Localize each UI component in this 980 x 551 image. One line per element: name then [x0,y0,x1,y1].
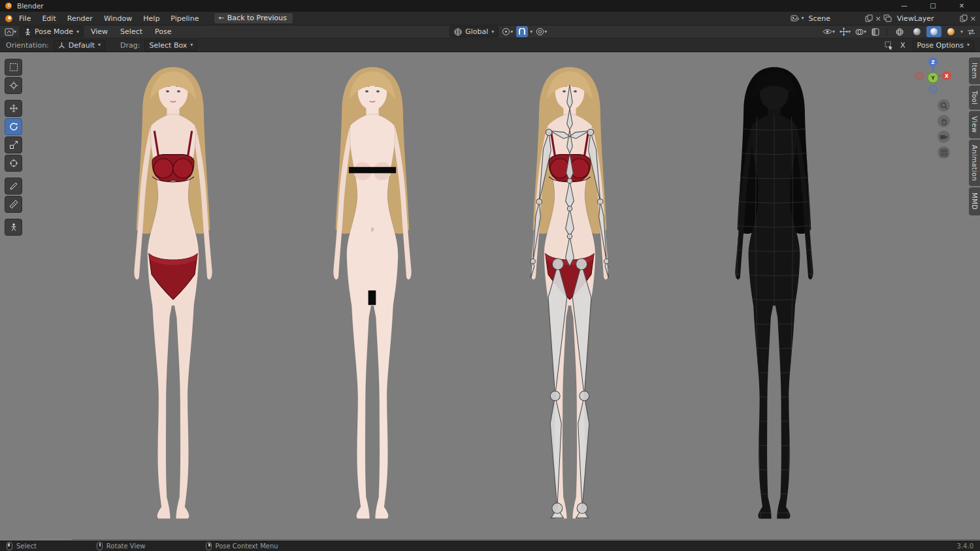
camera-icon [939,133,948,140]
viewport-3d[interactable]: Z X Y Item Tool View Animation MMD [0,52,980,541]
tool-rotate-button[interactable] [5,118,22,135]
model-wireframe[interactable] [698,52,851,541]
tab-mmd[interactable]: MMD [969,187,980,215]
blender-menu-icon[interactable] [4,14,13,23]
snap-chevron-icon[interactable]: ▾ [530,29,532,35]
axis-icon [58,42,65,49]
swap-areas-icon[interactable] [965,26,977,37]
tab-animation[interactable]: Animation [969,140,980,186]
proportional-edit-button[interactable]: ▾ [534,26,548,37]
overlays-icon [855,28,864,36]
hint-rotate-view: Rotate View [106,543,146,550]
gizmo-minus-z-axis[interactable] [929,86,937,93]
tool-move-button[interactable] [5,100,22,117]
menu-help[interactable]: Help [138,13,165,24]
floor-grid-line [72,539,980,540]
menu-viewport-view[interactable]: View [86,26,113,37]
move-icon [9,104,18,113]
orientation-dropdown[interactable]: Global ▾ [449,26,498,37]
mode-dropdown[interactable]: Pose Mode ▾ [20,26,84,37]
tool-transform-button[interactable] [5,155,22,172]
object-visibility-button[interactable]: ▾ [821,26,836,37]
overlays-chevron-icon: ▾ [864,29,866,35]
tool-annotate-button[interactable] [5,178,22,195]
wireframe-sphere-icon [896,28,904,36]
shading-chevron-icon[interactable]: ▾ [960,29,963,35]
viewlayer-label: ViewLayer [897,14,955,23]
scene-label: Scene [809,14,860,23]
tool-scale-button[interactable] [5,136,22,153]
scene-browse-chevron-icon[interactable]: ▾ [802,16,804,21]
scene-selector[interactable]: Scene [806,14,862,24]
annotate-icon [9,181,18,191]
tweak-settings-icon[interactable] [884,40,893,50]
navigation-gizmo[interactable]: Z X Y [913,56,953,95]
proportional-chevron-icon: ▾ [544,29,547,35]
shading-rendered-button[interactable] [943,26,958,37]
shading-solid-button[interactable] [909,26,924,37]
viewport-header: ▾ Pose Mode ▾ View Select Pose Global ▾ … [0,25,980,39]
pose-options-dropdown[interactable]: Pose Options ▾ [913,40,974,51]
menu-viewport-pose[interactable]: Pose [150,26,176,37]
xray-toggle-button[interactable] [870,26,881,37]
proportional-edit-icon [536,27,544,36]
close-button[interactable]: × [947,0,976,12]
top-menubar: File Edit Render Window Help Pipeline ← … [0,12,980,25]
menu-window[interactable]: Window [99,13,137,24]
gizmo-minus-x-axis[interactable] [915,72,923,80]
editor-type-chevron-icon: ▾ [14,29,16,35]
pan-button[interactable] [938,115,950,127]
menu-file[interactable]: File [14,13,36,24]
shading-wireframe-button[interactable] [892,26,907,37]
new-scene-icon[interactable] [864,14,874,23]
drag-dropdown[interactable]: Select Box ▾ [144,40,197,51]
pivot-point-button[interactable]: ▾ [500,26,514,37]
model-armature-overlay[interactable] [493,52,646,541]
drag-chevron-icon: ▾ [190,42,193,48]
menu-render[interactable]: Render [62,13,98,24]
select-box-icon [9,63,18,72]
camera-view-button[interactable] [938,131,950,143]
menu-edit[interactable]: Edit [37,13,61,24]
model-solid-censored[interactable] [296,52,449,541]
gizmos-icon [840,27,848,36]
overlays-button[interactable]: ▾ [854,26,868,37]
maximize-button[interactable]: □ [919,0,947,12]
tab-view[interactable]: View [969,111,980,138]
gizmos-button[interactable]: ▾ [838,26,852,37]
scene-browse-icon[interactable] [791,14,800,23]
drag-label: Drag: [120,41,140,50]
transform-icon [9,159,18,168]
remove-viewlayer-icon[interactable]: × [970,14,976,23]
model-textured-lingerie[interactable] [97,52,250,541]
tab-item[interactable]: Item [969,57,980,84]
tool-measure-button[interactable] [5,196,22,213]
orientation-label: Orientation: [6,41,49,50]
snap-toggle-button[interactable] [516,26,528,37]
viewlayer-selector[interactable]: ViewLayer [894,14,957,24]
menu-viewport-select[interactable]: Select [115,26,148,37]
menu-pipeline[interactable]: Pipeline [165,13,204,24]
tool-select-box-button[interactable] [5,59,22,76]
zoom-icon [940,102,948,110]
tool-cursor-button[interactable] [5,77,22,94]
hint-select: Select [16,543,37,550]
scale-icon [9,140,18,150]
tool-pose-breakdowner-button[interactable] [5,219,22,236]
ortho-toggle-button[interactable] [938,146,950,159]
new-viewlayer-icon[interactable] [959,14,968,23]
minimize-button[interactable]: — [890,0,919,12]
back-to-previous-button[interactable]: ← Back to Previous [214,12,293,24]
shading-material-button[interactable] [926,26,941,37]
zoom-button[interactable] [938,99,950,112]
pose-options-chevron-icon: ▾ [967,42,970,48]
measure-icon [9,200,18,209]
sidebar-tabs: Item Tool View Animation MMD [969,57,980,215]
unlink-scene-icon[interactable]: × [875,14,881,23]
left-mouse-icon [7,542,12,550]
right-mouse-icon [206,542,212,550]
tab-tool[interactable]: Tool [969,86,980,110]
orientation-default-dropdown[interactable]: Default ▾ [54,40,105,51]
editor-type-button[interactable]: ▾ [3,26,18,37]
mirror-x-button[interactable]: X [898,41,908,50]
